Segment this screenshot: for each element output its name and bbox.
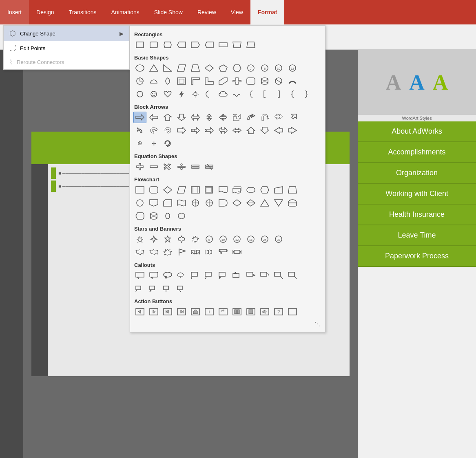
shape-hexagon[interactable]	[230, 62, 244, 74]
shape-fc-connector[interactable]	[133, 197, 146, 209]
shape-star-12[interactable]: 12	[230, 233, 244, 245]
shape-rect-1[interactable]	[133, 39, 146, 51]
shape-circle[interactable]	[133, 88, 146, 100]
shape-chord[interactable]	[147, 75, 160, 87]
shape-bracket-right[interactable]	[272, 88, 285, 100]
shape-star4[interactable]	[147, 233, 160, 245]
shape-fc-internal[interactable]	[161, 210, 174, 222]
shape-plus[interactable]	[133, 161, 146, 172]
shape-btn-sound[interactable]	[258, 306, 271, 317]
shape-fc-loop[interactable]	[175, 210, 188, 222]
shape-fc-terminator[interactable]	[244, 184, 257, 196]
shape-btn-end[interactable]	[175, 306, 188, 317]
shape-arrow-rotate-right[interactable]	[161, 125, 174, 136]
shape-notched-arrow[interactable]	[203, 125, 216, 136]
shape-lightning[interactable]	[175, 88, 188, 100]
shape-dodecagon[interactable]: 12	[286, 62, 299, 74]
shape-btn-fwd[interactable]	[147, 306, 160, 317]
shape-star-32[interactable]: 32	[272, 233, 285, 245]
shape-rect-6[interactable]	[203, 39, 216, 51]
shape-fc-stored-data[interactable]	[203, 184, 216, 196]
shape-move-arrows[interactable]: ⊕	[133, 138, 146, 149]
shape-btn-back[interactable]	[133, 306, 146, 317]
shape-fc-display[interactable]	[133, 210, 146, 222]
nav-item-organization[interactable]: Organization	[358, 163, 476, 184]
shape-callout-cloud[interactable]	[175, 270, 188, 281]
shape-callout-sm3[interactable]	[161, 283, 174, 294]
shape-smiley[interactable]	[147, 88, 160, 100]
shape-callout-up[interactable]	[230, 270, 244, 281]
shape-callout-sm2[interactable]	[147, 283, 160, 294]
shape-callout-sm1[interactable]	[133, 283, 146, 294]
shape-moon[interactable]	[203, 88, 216, 100]
shape-callout-bent[interactable]	[203, 270, 216, 281]
shape-rect-3[interactable]	[161, 39, 174, 51]
shape-times[interactable]	[161, 161, 174, 172]
shape-pie[interactable]	[133, 75, 146, 87]
shape-arrow-bent-up[interactable]	[230, 112, 244, 123]
shape-arrow-up-down[interactable]	[272, 112, 285, 123]
shape-arrow-right-fat[interactable]	[175, 125, 188, 136]
shape-arrow-u-turn[interactable]	[258, 112, 271, 123]
shape-arrow-curved-left[interactable]	[133, 125, 146, 136]
shape-btn-doc[interactable]	[244, 306, 257, 317]
shape-fc-stored[interactable]	[286, 197, 299, 209]
shape-callout-oval[interactable]	[161, 270, 174, 281]
shape-right-triangle[interactable]	[161, 62, 174, 74]
shape-fc-prep[interactable]	[258, 184, 271, 196]
shape-fc-or[interactable]	[203, 197, 216, 209]
shape-arrow-left-right[interactable]	[230, 125, 244, 136]
shape-btn-beginning[interactable]	[161, 306, 174, 317]
ribbon-tab-slideshow[interactable]: Slide Show	[147, 0, 190, 24]
shape-arrow-right[interactable]	[133, 112, 146, 123]
ribbon-tab-design[interactable]: Design	[29, 0, 62, 24]
nav-item-working[interactable]: Working with Client	[358, 184, 476, 205]
shape-rect-7[interactable]	[217, 39, 230, 51]
ribbon-tab-format[interactable]: Format	[250, 0, 284, 24]
shape-arrow-curved-right[interactable]	[244, 112, 257, 123]
shape-fc-card[interactable]	[161, 197, 174, 209]
shape-star7[interactable]	[189, 233, 202, 245]
shape-btn-home[interactable]	[189, 306, 202, 317]
shape-decagon[interactable]: 10	[272, 62, 285, 74]
shape-wave[interactable]	[230, 88, 244, 100]
shape-brace-left2[interactable]	[286, 88, 299, 100]
shape-brace-left[interactable]	[244, 88, 257, 100]
shape-arrow-rotate-left[interactable]	[147, 125, 160, 136]
shape-callout-rect[interactable]	[133, 270, 146, 281]
shape-divide[interactable]	[175, 161, 188, 172]
shape-scroll-h[interactable]	[217, 247, 230, 258]
shape-sun[interactable]	[189, 88, 202, 100]
shape-equals[interactable]	[189, 161, 202, 172]
shape-cloud[interactable]	[217, 88, 230, 100]
shape-fc-rect[interactable]	[133, 184, 146, 196]
shape-star-8[interactable]: 8	[203, 233, 216, 245]
shape-fc-multi-doc[interactable]	[230, 184, 244, 196]
shape-pentagon[interactable]	[217, 62, 230, 74]
nav-item-leave[interactable]: Leave Time	[358, 225, 476, 246]
shape-diamond[interactable]	[203, 62, 216, 74]
menu-item-change-shape[interactable]: ⬡ Change Shape ▶	[4, 26, 129, 41]
shape-fc-process[interactable]	[189, 184, 202, 196]
shape-pennant[interactable]	[175, 247, 188, 258]
shape-callout-bent2[interactable]	[258, 270, 271, 281]
shape-irregular-star[interactable]	[133, 233, 146, 245]
shape-arrow-up[interactable]	[161, 112, 174, 123]
shape-parallelogram[interactable]	[175, 62, 188, 74]
shape-fc-manual-input[interactable]	[272, 184, 285, 196]
shape-fc-document[interactable]	[217, 184, 230, 196]
shape-ribbon-up[interactable]	[133, 247, 146, 258]
shape-btn-return[interactable]	[217, 306, 230, 317]
shape-star6[interactable]	[175, 233, 188, 245]
shape-4-arrow-callout[interactable]: ✛	[147, 138, 160, 149]
shape-fc-rect-round[interactable]	[147, 184, 160, 196]
shape-fc-merge[interactable]	[272, 197, 285, 209]
shape-callout-rounded[interactable]	[147, 270, 160, 281]
shape-teardrop[interactable]	[161, 75, 174, 87]
shape-rect-9[interactable]	[244, 39, 257, 51]
shape-cross[interactable]	[230, 75, 244, 87]
shape-arrow-lr[interactable]	[189, 112, 202, 123]
shape-fc-summing[interactable]	[189, 197, 202, 209]
shape-arrow-up-callout[interactable]	[244, 125, 257, 136]
shape-btn-movie[interactable]	[230, 306, 244, 317]
